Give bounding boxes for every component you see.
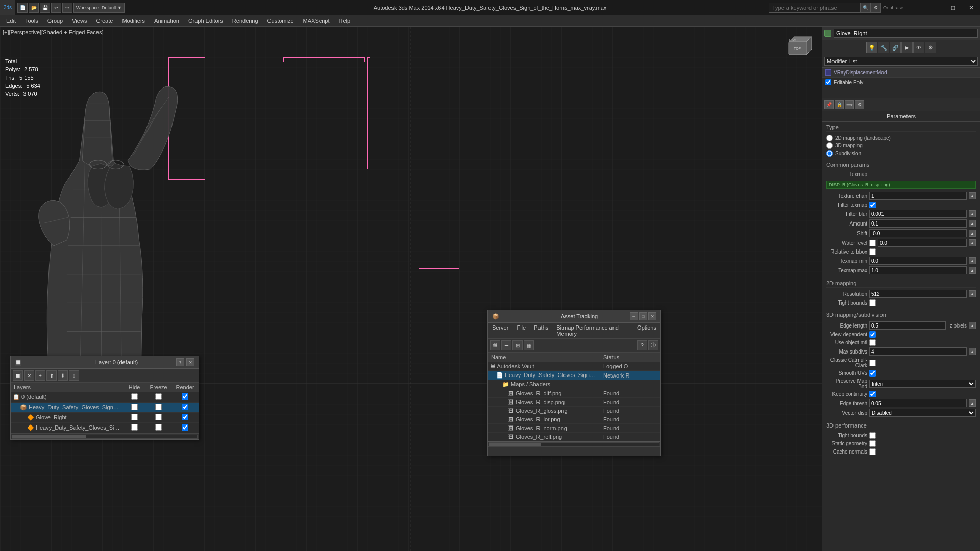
at-row-4[interactable]: 🖼 Gloves_R_disp.png Found xyxy=(488,398,660,407)
panel-icon-modify[interactable]: 🔧 xyxy=(878,42,889,53)
minimize-button[interactable]: ─ xyxy=(926,0,944,15)
layer-freeze-3[interactable] xyxy=(155,424,162,431)
texmap-max-input[interactable] xyxy=(869,266,967,274)
at-row-7[interactable]: 🖼 Gloves_R_norm.png Found xyxy=(488,424,660,433)
shift-up[interactable]: ▲ xyxy=(969,230,976,237)
at-vault-btn[interactable]: 🏛 xyxy=(490,340,500,350)
search-button[interactable]: 🔍 xyxy=(861,3,871,13)
filter-texmap-checkbox[interactable] xyxy=(869,202,876,208)
object-name-input[interactable] xyxy=(834,29,978,38)
search-options[interactable]: ⚙ xyxy=(871,3,881,13)
layers-btn-1[interactable]: 🔲 xyxy=(13,370,23,381)
smooth-uvs-checkbox[interactable] xyxy=(869,370,876,377)
at-scrollbar[interactable] xyxy=(488,441,660,446)
relative-bbox-checkbox[interactable] xyxy=(869,248,876,255)
panel-icon-motion[interactable]: ▶ xyxy=(901,42,913,53)
at-menu-bitmap[interactable]: Bitmap Performance and Memory xyxy=(552,323,633,338)
vector-disp-select[interactable]: Disabled xyxy=(869,409,976,417)
water-level-up[interactable]: ▲ xyxy=(969,239,976,246)
layers-close-btn[interactable]: ✕ xyxy=(186,358,194,366)
layer-render-0[interactable] xyxy=(182,393,188,400)
at-list-btn[interactable]: ☰ xyxy=(501,340,511,350)
menu-rendering[interactable]: Rendering xyxy=(228,17,262,25)
edge-length-up[interactable]: ▲ xyxy=(969,322,976,329)
classic-catmull-checkbox[interactable] xyxy=(869,360,876,366)
layers-scrollbar[interactable] xyxy=(11,433,199,439)
edge-thresh-up[interactable]: ▲ xyxy=(969,399,976,407)
menu-modifiers[interactable]: Modifiers xyxy=(118,17,149,25)
panel-icon-display[interactable]: 💡 xyxy=(866,42,877,53)
at-help-btn[interactable]: ? xyxy=(637,340,647,350)
tight-bounds-perf-checkbox[interactable] xyxy=(869,432,876,439)
edge-length-input[interactable] xyxy=(869,321,946,330)
modifier-vray-disp[interactable]: VRayDisplacementMod xyxy=(822,68,980,78)
show-end-button[interactable]: ⟹ xyxy=(845,100,854,109)
menu-edit[interactable]: Edit xyxy=(2,17,20,25)
resolution-up[interactable]: ▲ xyxy=(969,290,976,297)
texture-chan-up[interactable]: ▲ xyxy=(969,192,976,199)
cache-normals-checkbox[interactable] xyxy=(869,448,876,455)
preserve-map-bnd-select[interactable]: Interr xyxy=(869,380,976,388)
panel-icon-utility[interactable]: ⚙ xyxy=(925,42,936,53)
layer-hide-0[interactable] xyxy=(131,393,138,400)
layer-hide-2[interactable] xyxy=(131,414,138,420)
texmap-min-input[interactable] xyxy=(869,257,967,265)
at-row-5[interactable]: 🖼 Gloves_R_gloss.png Found xyxy=(488,407,660,415)
menu-create[interactable]: Create xyxy=(92,17,117,25)
menu-group[interactable]: Group xyxy=(43,17,67,25)
at-restore-button[interactable]: □ xyxy=(639,312,647,320)
texture-chan-input[interactable] xyxy=(869,192,967,200)
max-subdivs-input[interactable] xyxy=(869,347,967,356)
water-level-input[interactable] xyxy=(878,239,967,247)
new-button[interactable]: 📄 xyxy=(17,3,28,13)
pin-button[interactable]: 📌 xyxy=(824,100,834,109)
maximize-button[interactable]: □ xyxy=(944,0,962,15)
close-button[interactable]: ✕ xyxy=(962,0,980,15)
keep-continuity-checkbox[interactable] xyxy=(869,391,876,397)
at-row-6[interactable]: 🖼 Gloves_R_ior.png Found xyxy=(488,415,660,424)
layers-row-1[interactable]: 📦 Heavy_Duty_Safety_Gloves_Sign_of_the_H… xyxy=(11,403,199,413)
type-radio-subdivision-input[interactable] xyxy=(826,150,833,157)
layer-hide-1[interactable] xyxy=(131,404,138,410)
layers-scrollbar-track[interactable] xyxy=(12,435,198,439)
layers-row-3[interactable]: 🔶 Heavy_Duty_Safety_Gloves_Sign_of_the_H… xyxy=(11,423,199,433)
layers-row-0[interactable]: 📋 0 (default) xyxy=(11,392,199,403)
view-dependent-checkbox[interactable] xyxy=(869,331,876,338)
menu-tools[interactable]: Tools xyxy=(21,17,42,25)
static-geometry-checkbox[interactable] xyxy=(869,440,876,447)
modifier-poly-checkbox[interactable] xyxy=(825,79,831,85)
lock-button[interactable]: 🔒 xyxy=(835,100,844,109)
type-radio-2d-input[interactable] xyxy=(826,135,833,141)
menu-help[interactable]: Help xyxy=(335,17,355,25)
tight-bounds-2d-checkbox[interactable] xyxy=(869,299,876,306)
at-menu-paths[interactable]: Paths xyxy=(530,323,552,338)
filter-blur-up[interactable]: ▲ xyxy=(969,210,976,217)
type-radio-3d-input[interactable] xyxy=(826,142,833,149)
texmap-max-up[interactable]: ▲ xyxy=(969,267,976,274)
use-object-mtl-checkbox[interactable] xyxy=(869,339,876,346)
menu-views[interactable]: Views xyxy=(68,17,91,25)
layers-help-btn[interactable]: ? xyxy=(176,358,184,366)
layer-render-3[interactable] xyxy=(182,424,188,431)
resolution-input[interactable] xyxy=(869,290,967,298)
shift-input[interactable] xyxy=(869,229,967,237)
amount-up[interactable]: ▲ xyxy=(969,220,976,227)
texmap-min-up[interactable]: ▲ xyxy=(969,257,976,264)
at-row-1[interactable]: 📄 Heavy_Duty_Safety_Gloves_Sign_of_the_H… xyxy=(488,371,660,380)
search-input[interactable] xyxy=(769,3,861,13)
at-menu-file[interactable]: File xyxy=(512,323,530,338)
save-button[interactable]: 💾 xyxy=(40,3,50,13)
configure-button[interactable]: ⚙ xyxy=(855,100,864,109)
panel-icon-display2[interactable]: 👁 xyxy=(913,42,924,53)
navigation-cube[interactable]: TOP FRONT xyxy=(781,32,817,67)
at-info-btn[interactable]: ⓘ xyxy=(648,340,658,350)
layers-btn-5[interactable]: ⬇ xyxy=(58,370,68,381)
panel-icon-hierarchy[interactable]: 🔗 xyxy=(890,42,901,53)
layers-row-2[interactable]: 🔶 Glove_Right xyxy=(11,413,199,423)
at-close-button[interactable]: ✕ xyxy=(648,312,656,320)
filter-blur-input[interactable] xyxy=(869,210,967,218)
texmap-button[interactable]: DISP_R (Gloves_R_disp.png) xyxy=(826,181,976,189)
layers-btn-3[interactable]: + xyxy=(35,370,45,381)
water-level-checkbox[interactable] xyxy=(869,240,876,246)
layers-btn-6[interactable]: ↕ xyxy=(69,370,79,381)
